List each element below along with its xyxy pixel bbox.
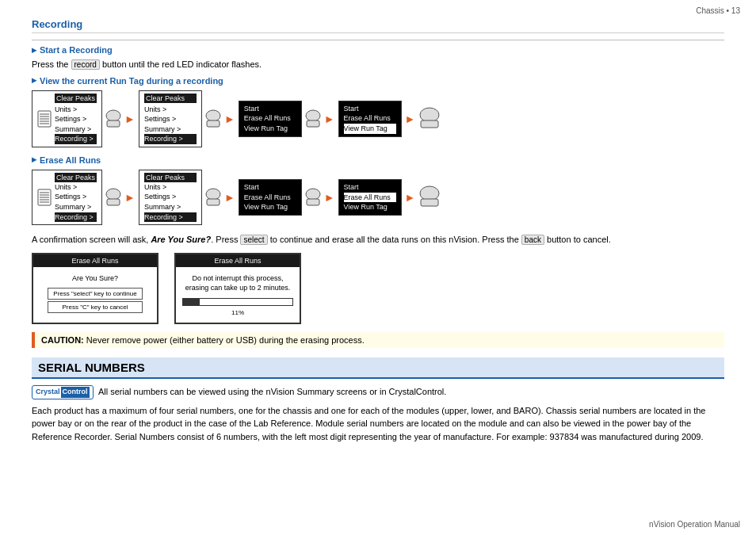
final-knob-vrt (418, 107, 441, 129)
vrt-arrow-3 (305, 109, 321, 128)
svg-point-12 (420, 108, 439, 122)
main-content: Recording Start a Recording Press the re… (0, 18, 756, 464)
recording-section: Recording Start a Recording Press the re… (32, 18, 724, 348)
confirm-screen-2: Erase All Runs Do not interrupt this pro… (174, 253, 301, 324)
vrt-arrow-4: ► (405, 113, 416, 125)
crystal-label: Crystal (36, 387, 60, 398)
record-button-ref: record (71, 59, 100, 70)
ear-menu-1-recording: Recording > (55, 212, 97, 223)
back-button-ref: back (521, 235, 544, 245)
ear-arrow-3 (305, 188, 321, 207)
ear-menu-2-settings: Settings > (144, 192, 197, 202)
ear-menu-2-header: Clear Peaks (144, 173, 197, 182)
svg-rect-23 (207, 199, 220, 205)
confirmation-screens: Erase All Runs Are You Sure? Press "sele… (32, 253, 724, 324)
footer-text: nVision Operation Manual (649, 520, 740, 529)
ear-arrow-1 (105, 188, 121, 207)
vrt-menu-1-item-units: Units > (55, 105, 97, 115)
vrt-menu-1-item-settings: Settings > (55, 114, 97, 124)
ear-final-device (418, 185, 441, 209)
svg-point-6 (106, 110, 120, 121)
ear-s3-erase: Erase All Runs (244, 193, 296, 203)
confirm-1-body: Are You Sure? Press "select" key to cont… (33, 267, 157, 322)
erase-all-runs-title: Erase All Runs (32, 155, 724, 165)
ear-screen-1: Clear Peaks Units > Settings > Summary >… (32, 170, 102, 225)
svg-rect-11 (307, 120, 319, 127)
serial-numbers-section: SERIAL NUMBERS CrystalControl All serial… (32, 357, 724, 443)
ear-arrow-icon-2: ► (224, 191, 235, 204)
knob-ear-2 (205, 188, 221, 207)
ear-s4-erase: Erase All Runs (344, 193, 396, 203)
start-recording-title: Start a Recording (32, 45, 724, 55)
confirm-1-btn2: Press "C" key to cancel (48, 301, 143, 313)
ear-s4-viewtag: View Run Tag (344, 202, 396, 212)
vrt-screen-4: Start Erase All Runs View Run Tag (338, 101, 402, 137)
vrt-arrow-icon-2: ► (224, 113, 235, 125)
ear-arrow-icon-3: ► (324, 191, 335, 204)
knob-3 (305, 109, 321, 128)
svg-rect-21 (107, 199, 120, 205)
ear-screen-2: Clear Peaks Units > Settings > Summary >… (139, 170, 202, 225)
ear-arrow-4: ► (405, 191, 416, 204)
start-recording-body: Press the record button until the red LE… (32, 58, 724, 71)
ear-s3-viewtag: View Run Tag (244, 202, 296, 212)
svg-point-20 (106, 189, 120, 200)
svg-point-24 (306, 189, 320, 200)
svg-rect-7 (107, 120, 120, 127)
erase-all-runs-diagram: Clear Peaks Units > Settings > Summary >… (32, 170, 724, 225)
ear-arrow-icon-1: ► (124, 191, 136, 204)
vrt-menu-1-header: Clear Peaks (55, 94, 97, 103)
crystal-control-badge: CrystalControl (32, 385, 94, 399)
ear-menu-1-header: Clear Peaks (55, 173, 97, 182)
caution-body: Never remove power (either battery or US… (86, 335, 365, 345)
svg-point-8 (206, 110, 220, 121)
knob-1 (105, 109, 121, 128)
recording-title: Recording (32, 18, 724, 33)
vrt-menu-2-units: Units > (144, 105, 197, 115)
svg-rect-25 (307, 199, 319, 205)
vrt-screen-1: Clear Peaks Units > Settings > Summary >… (32, 90, 102, 147)
confirm-2-body: Do not interrupt this process, erasing c… (176, 267, 300, 323)
are-you-sure-text: Are You Sure? (151, 235, 211, 244)
svg-point-10 (306, 110, 320, 121)
page-header: Chassis • 13 (0, 0, 756, 18)
svg-point-22 (206, 189, 220, 200)
confirm-1-question: Are You Sure? (40, 273, 151, 284)
erase-progress-bar-container (182, 298, 293, 306)
erase-progress-label: 11% (182, 309, 293, 316)
vrt-s4-start: Start (344, 104, 396, 114)
vrt-final-device (418, 107, 441, 131)
confirm-2-header: Erase All Runs (176, 254, 300, 267)
vrt-menu-2-summary: Summary > (144, 124, 197, 135)
svg-rect-27 (421, 199, 438, 206)
ear-s3-start: Start (244, 182, 296, 193)
knob-ear-1 (105, 188, 121, 207)
svg-point-26 (420, 186, 439, 201)
caution-box: CAUTION: Never remove power (either batt… (32, 332, 724, 348)
knob-ear-3 (305, 188, 321, 207)
confirm-2-line1: Do not interrupt this process, erasing c… (182, 273, 293, 293)
final-knob-ear (418, 185, 441, 208)
vrt-screen-3: Start Erase All Runs View Run Tag (239, 101, 302, 137)
vrt-s3-erase: Erase All Runs (244, 113, 296, 124)
view-run-tag-title: View the current Run Tag during a record… (32, 76, 724, 86)
vrt-s3-viewtag: View Run Tag (244, 124, 296, 134)
vrt-menu-1: Clear Peaks Units > Settings > Summary >… (55, 94, 97, 144)
confirm-1-btn1: Press "select" key to continue (48, 288, 143, 300)
vrt-s4-erase: Erase All Runs (344, 113, 396, 124)
vrt-menu-2-recording: Recording > (144, 134, 197, 144)
ear-menu-2-summary: Summary > (144, 202, 197, 212)
ear-arrow-2 (205, 188, 221, 207)
vrt-screen-2: Clear Peaks Units > Settings > Summary >… (139, 90, 202, 147)
view-run-tag-diagram: Clear Peaks Units > Settings > Summary >… (32, 90, 724, 147)
confirm-1-header: Erase All Runs (33, 254, 157, 267)
menu-icon-1 (37, 110, 52, 128)
ear-menu-2-recording: Recording > (144, 212, 197, 223)
vrt-menu-2-settings: Settings > (144, 114, 197, 124)
ear-s4-start: Start (344, 182, 396, 193)
vrt-arrow-icon-1: ► (124, 113, 136, 125)
serial-numbers-title: SERIAL NUMBERS (32, 357, 724, 379)
ear-menu-1-settings: Settings > (55, 192, 97, 202)
erase-progress-bar-fill (183, 299, 200, 305)
menu-icon-ear-1 (37, 189, 52, 206)
